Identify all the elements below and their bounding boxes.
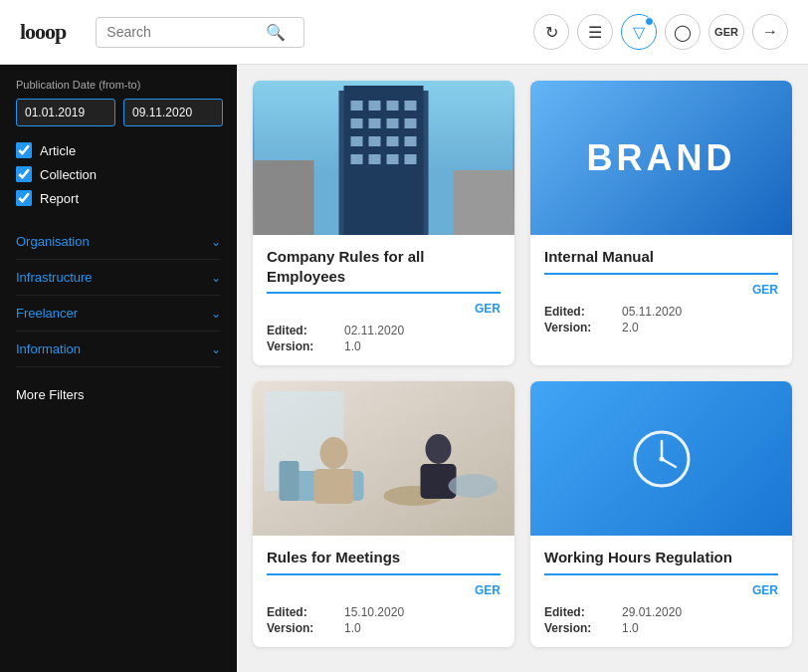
svg-point-25 — [320, 437, 348, 469]
edited-label-3: Edited: — [267, 605, 336, 619]
edited-value-2: 05.11.2020 — [622, 305, 778, 319]
brand-manual-title: Internal Manual — [544, 247, 778, 267]
freelancer-label: Freelancer — [16, 306, 78, 321]
svg-rect-20 — [454, 170, 513, 235]
company-rules-card[interactable]: Company Rules for all Employees GER Edit… — [253, 81, 514, 365]
report-label: Report — [40, 191, 79, 206]
sidebar: Publication Date (from-to) Article Colle… — [0, 65, 237, 672]
company-rules-body: Company Rules for all Employees GER Edit… — [253, 235, 514, 365]
user-button[interactable]: ◯ — [665, 14, 701, 50]
working-hours-lang: GER — [544, 583, 778, 597]
clock-image — [530, 381, 792, 536]
card-divider-4 — [544, 573, 778, 575]
search-input[interactable] — [106, 24, 266, 40]
svg-rect-3 — [351, 101, 363, 111]
svg-rect-11 — [351, 136, 363, 146]
version-label-3: Version: — [267, 621, 336, 635]
header: looop 🔍 ↻ ☰ ▽ ◯ GER → — [0, 0, 808, 65]
svg-rect-6 — [405, 101, 417, 111]
working-hours-meta: Edited: 29.01.2020 Version: 1.0 — [544, 605, 778, 635]
edited-label-4: Edited: — [544, 605, 614, 619]
bookmark-button[interactable]: ▽ — [621, 14, 657, 50]
working-hours-body: Working Hours Regulation GER Edited: 29.… — [530, 536, 792, 647]
rules-meetings-lang: GER — [267, 583, 501, 597]
card-divider-2 — [544, 273, 778, 275]
version-value: 1.0 — [344, 339, 501, 353]
svg-rect-24 — [280, 461, 300, 501]
working-hours-card[interactable]: Working Hours Regulation GER Edited: 29.… — [530, 381, 792, 647]
svg-rect-26 — [314, 469, 354, 504]
report-checkbox[interactable] — [16, 190, 32, 206]
logout-button[interactable]: → — [752, 14, 788, 50]
collection-checkbox[interactable] — [16, 166, 32, 182]
organisation-label: Organisation — [16, 234, 90, 249]
collection-label: Collection — [40, 167, 97, 182]
svg-rect-4 — [369, 101, 381, 111]
svg-point-30 — [449, 474, 499, 498]
svg-rect-15 — [351, 154, 363, 164]
language-label: GER — [714, 26, 738, 38]
language-button[interactable]: GER — [708, 14, 744, 50]
svg-point-28 — [426, 434, 452, 464]
organisation-filter[interactable]: Organisation ⌄ — [16, 224, 221, 260]
notification-dot — [645, 17, 654, 26]
working-hours-title: Working Hours Regulation — [544, 548, 778, 567]
svg-rect-19 — [255, 160, 314, 235]
infrastructure-filter[interactable]: Infrastructure ⌄ — [16, 260, 221, 296]
header-actions: ↻ ☰ ▽ ◯ GER → — [533, 14, 788, 50]
article-filter[interactable]: Article — [16, 142, 221, 158]
date-section-label: Publication Date (from-to) — [16, 79, 221, 91]
svg-rect-10 — [405, 118, 417, 128]
version-label-4: Version: — [544, 621, 614, 635]
rules-meetings-card[interactable]: Rules for Meetings GER Edited: 15.10.202… — [253, 381, 514, 647]
svg-rect-14 — [405, 136, 417, 146]
more-filters-button[interactable]: More Filters — [16, 375, 221, 414]
svg-rect-13 — [387, 136, 399, 146]
svg-rect-18 — [405, 154, 417, 164]
company-rules-lang: GER — [267, 302, 501, 316]
logo: looop — [20, 19, 66, 45]
information-filter[interactable]: Information ⌄ — [16, 332, 221, 367]
brand-text: BRAND — [587, 137, 736, 179]
list-view-button[interactable]: ☰ — [577, 14, 613, 50]
svg-point-34 — [659, 456, 664, 461]
card-divider-3 — [267, 573, 501, 575]
organisation-chevron: ⌄ — [211, 235, 221, 249]
content-grid: Company Rules for all Employees GER Edit… — [237, 65, 808, 672]
search-button[interactable]: 🔍 — [266, 23, 286, 42]
date-from-input[interactable] — [16, 99, 115, 126]
svg-rect-17 — [387, 154, 399, 164]
information-label: Information — [16, 341, 81, 356]
version-label: Version: — [267, 339, 336, 353]
brand-manual-card[interactable]: BRAND Internal Manual GER Edited: 05.11.… — [530, 81, 792, 365]
edited-value-3: 15.10.2020 — [344, 605, 501, 619]
content-type-filters: Article Collection Report — [16, 142, 221, 206]
card-divider — [267, 292, 501, 294]
freelancer-filter[interactable]: Freelancer ⌄ — [16, 296, 221, 332]
report-filter[interactable]: Report — [16, 190, 221, 206]
main-layout: Publication Date (from-to) Article Colle… — [0, 65, 808, 672]
svg-rect-12 — [369, 136, 381, 146]
brand-manual-lang: GER — [544, 283, 778, 297]
date-range-inputs — [16, 99, 221, 126]
company-rules-meta: Edited: 02.11.2020 Version: 1.0 — [267, 324, 501, 353]
building-image — [253, 81, 514, 235]
freelancer-chevron: ⌄ — [211, 307, 221, 321]
svg-rect-5 — [387, 101, 399, 111]
edited-label: Edited: — [267, 324, 336, 337]
article-checkbox[interactable] — [16, 142, 32, 158]
rules-meetings-body: Rules for Meetings GER Edited: 15.10.202… — [253, 536, 514, 647]
brand-manual-body: Internal Manual GER Edited: 05.11.2020 V… — [530, 235, 792, 346]
version-label-2: Version: — [544, 321, 614, 335]
infrastructure-chevron: ⌄ — [211, 271, 221, 285]
information-chevron: ⌄ — [211, 342, 221, 356]
version-value-3: 1.0 — [344, 621, 501, 635]
svg-rect-16 — [369, 154, 381, 164]
meeting-image — [253, 381, 514, 536]
collection-filter[interactable]: Collection — [16, 166, 221, 182]
date-to-input[interactable] — [123, 99, 223, 126]
rules-meetings-meta: Edited: 15.10.2020 Version: 1.0 — [267, 605, 501, 635]
refresh-button[interactable]: ↻ — [533, 14, 569, 50]
rules-meetings-title: Rules for Meetings — [267, 548, 501, 567]
edited-value-4: 29.01.2020 — [622, 605, 778, 619]
